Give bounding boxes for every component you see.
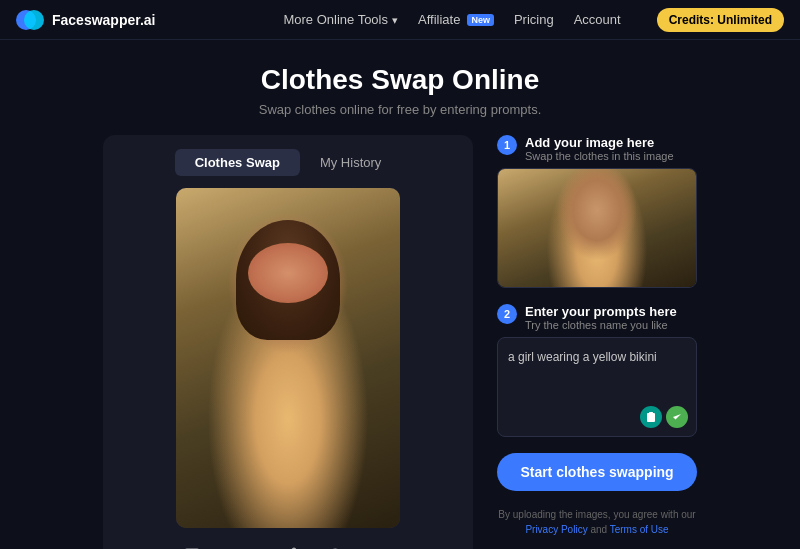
tab-clothes-swap[interactable]: Clothes Swap [175, 149, 300, 176]
step-1-number: 1 [497, 135, 517, 155]
prompt-icons [640, 406, 688, 428]
start-button[interactable]: Start clothes swapping [497, 453, 697, 491]
step-1: 1 Add your image here Swap the clothes i… [497, 135, 697, 288]
upload-box[interactable] [497, 168, 697, 288]
step-2-title: Enter your prompts here [525, 304, 677, 319]
edit-button[interactable] [272, 540, 304, 549]
step-2-number: 2 [497, 304, 517, 324]
zoom-button[interactable] [320, 540, 352, 549]
step-2-subtitle: Try the clothes name you like [525, 319, 677, 331]
page-subtitle: Swap clothes online for free by entering… [259, 102, 542, 117]
image-preview [176, 188, 400, 528]
nav-tools[interactable]: More Online Tools [283, 12, 398, 27]
upload-thumbnail [498, 169, 696, 287]
check-icon[interactable] [666, 406, 688, 428]
privacy-link[interactable]: Privacy Policy [525, 524, 587, 535]
svg-rect-9 [649, 412, 653, 414]
image-toolbar [176, 540, 400, 549]
prompt-text: a girl wearing a yellow bikini [508, 348, 686, 366]
affiliate-badge: New [467, 14, 494, 26]
tab-my-history[interactable]: My History [300, 149, 401, 176]
left-panel: Clothes Swap My History [103, 135, 473, 549]
page-title: Clothes Swap Online [261, 64, 539, 96]
nav-affiliate[interactable]: Affiliate New [418, 12, 494, 27]
right-panel: 1 Add your image here Swap the clothes i… [497, 135, 697, 549]
terms-link[interactable]: Terms of Use [610, 524, 669, 535]
prompt-box[interactable]: a girl wearing a yellow bikini [497, 337, 697, 437]
logo-text: Faceswapper.ai [52, 12, 156, 28]
clipboard-icon[interactable] [640, 406, 662, 428]
legal-text: By uploading the images, you agree with … [497, 507, 697, 537]
chevron-down-icon [392, 12, 398, 27]
svg-point-1 [24, 10, 44, 30]
nav-pricing[interactable]: Pricing [514, 12, 554, 27]
preview-image [176, 188, 400, 528]
step-1-title: Add your image here [525, 135, 674, 150]
step-2: 2 Enter your prompts here Try the clothe… [497, 304, 697, 437]
panel-row: Clothes Swap My History [0, 135, 800, 549]
delete-button[interactable] [224, 540, 256, 549]
nav-account[interactable]: Account [574, 12, 621, 27]
logo[interactable]: Faceswapper.ai [16, 6, 156, 34]
nav-links: More Online Tools Affiliate New Pricing … [283, 8, 784, 32]
step-1-subtitle: Swap the clothes in this image [525, 150, 674, 162]
download-button[interactable] [368, 540, 400, 549]
tab-group: Clothes Swap My History [117, 149, 459, 176]
navigation: Faceswapper.ai More Online Tools Affilia… [0, 0, 800, 40]
credits-button[interactable]: Credits: Unlimited [657, 8, 784, 32]
main-content: Clothes Swap Online Swap clothes online … [0, 40, 800, 549]
upload-button[interactable] [176, 540, 208, 549]
